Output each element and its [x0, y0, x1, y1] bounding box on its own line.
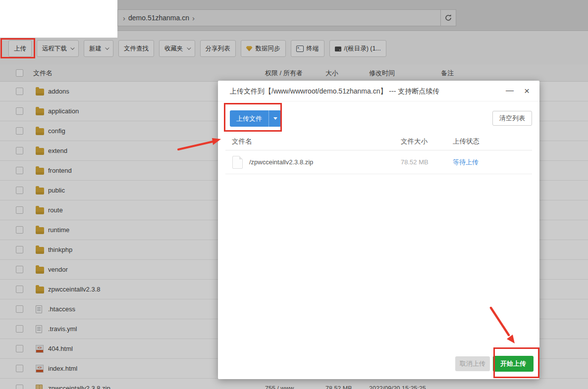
dialog-title: 上传文件到【/www/wwwroot/demo.51zhanma.cn】 ---…	[218, 81, 539, 101]
upload-status-badge: 等待上传	[453, 158, 532, 167]
file-icon	[232, 156, 243, 169]
minimize-icon[interactable]: —	[506, 81, 514, 101]
upload-file-button[interactable]: 上传文件	[230, 110, 268, 127]
upload-queue-row[interactable]: /zpwcceintallv2.3.8.zip78.52 MB等待上传	[225, 150, 532, 174]
upload-column-filesize: 文件大小	[401, 137, 453, 146]
upload-file-split-button[interactable]: 上传文件	[230, 110, 281, 127]
upload-queue-table: 文件名 文件大小 上传状态 /zpwcceintallv2.3.8.zip78.…	[225, 133, 532, 174]
upload-file-name-text: /zpwcceintallv2.3.8.zip	[249, 158, 313, 166]
file-manager-page: › demo.51zhanma.cn › 上传远程下载新建文件查找收藏夹分享列表…	[0, 0, 588, 389]
upload-table-header: 文件名 文件大小 上传状态	[225, 133, 532, 150]
dialog-title-text: 上传文件到【/www/wwwroot/demo.51zhanma.cn】 ---…	[230, 87, 439, 95]
upload-column-filename: 文件名	[225, 137, 401, 146]
caret-down-icon	[273, 117, 277, 120]
annotation-white-patch	[0, 0, 117, 38]
cancel-upload-button[interactable]: 取消上传	[455, 356, 490, 371]
close-icon[interactable]: ×	[524, 81, 530, 101]
upload-dialog: 上传文件到【/www/wwwroot/demo.51zhanma.cn】 ---…	[218, 81, 539, 379]
clear-list-button[interactable]: 清空列表	[492, 111, 532, 126]
start-upload-button[interactable]: 开始上传	[493, 356, 534, 372]
upload-file-dropdown-button[interactable]	[269, 110, 281, 127]
upload-file-size: 78.52 MB	[401, 158, 453, 166]
upload-column-status: 上传状态	[453, 137, 532, 146]
upload-file-name: /zpwcceintallv2.3.8.zip	[225, 156, 401, 169]
